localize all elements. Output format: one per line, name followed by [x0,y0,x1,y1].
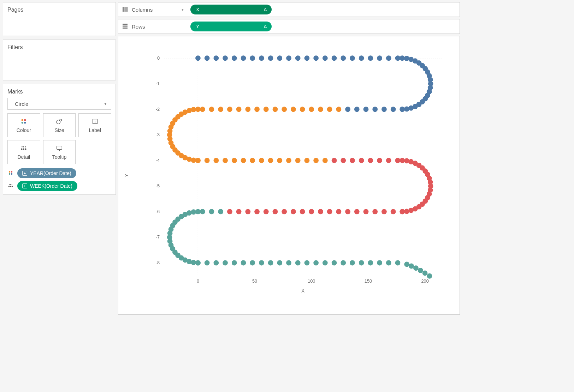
columns-pill-x[interactable]: X Δ [190,5,272,14]
svg-point-59 [286,55,291,61]
svg-point-144 [259,158,264,163]
svg-point-155 [359,158,364,163]
rows-pill-y[interactable]: Y Δ [190,22,272,31]
svg-point-93 [400,107,405,112]
marks-size-button[interactable]: Size [43,113,76,137]
svg-point-137 [195,158,201,163]
detail-pill[interactable]: + WEEK(Order Date) [17,181,77,191]
svg-point-49 [195,55,201,61]
svg-point-183 [381,209,387,214]
svg-point-70 [386,55,391,61]
svg-point-191 [309,209,314,214]
svg-point-153 [341,158,346,163]
svg-point-51 [213,55,219,61]
svg-point-161 [404,209,409,214]
svg-point-238 [313,260,319,265]
svg-point-62 [313,55,319,61]
mark-type-dropdown[interactable]: Circle ▼ [7,98,111,110]
svg-point-104 [300,107,305,112]
svg-text:-4: -4 [156,158,160,163]
svg-rect-31 [123,28,128,29]
svg-point-3 [22,122,24,124]
svg-point-61 [304,55,310,61]
svg-point-188 [336,209,342,214]
svg-point-143 [250,158,255,163]
tooltip-icon [55,144,63,152]
svg-point-230 [241,260,246,265]
svg-point-14 [25,149,26,150]
svg-rect-15 [57,146,62,150]
svg-point-226 [205,260,210,265]
svg-point-245 [377,260,382,265]
svg-point-156 [368,158,373,163]
svg-point-159 [395,158,401,163]
svg-point-19 [11,173,13,175]
svg-text:0: 0 [197,278,199,284]
svg-rect-28 [126,7,128,12]
svg-point-195 [273,209,278,214]
expand-icon: + [22,171,27,176]
svg-point-201 [218,209,223,214]
svg-text:-6: -6 [156,209,160,214]
svg-point-200 [227,209,232,214]
svg-rect-29 [123,24,128,25]
svg-point-184 [372,209,378,214]
svg-text:T: T [94,120,96,123]
svg-point-233 [268,260,273,265]
svg-text:-1: -1 [156,81,160,86]
marks-colour-button[interactable]: Colour [7,113,40,137]
svg-point-198 [245,209,250,214]
svg-point-66 [350,55,355,61]
detail-icon [20,144,28,152]
table-calc-icon: Δ [264,24,267,29]
marks-detail-button[interactable]: Detail [7,140,40,164]
svg-point-229 [232,260,237,265]
svg-point-99 [345,107,350,112]
colour-pill[interactable]: + YEAR(Order Date) [17,168,76,178]
svg-point-17 [11,171,13,173]
svg-point-68 [368,55,373,61]
chart-view[interactable]: Y 0501001502000-1-2-3-4-5-6-7-8X [118,36,460,315]
encoding-row-detail[interactable]: + WEEK(Order Date) [7,181,111,191]
marks-tooltip-button[interactable]: Tooltip [43,140,76,164]
svg-point-22 [12,184,12,185]
svg-point-157 [377,158,382,163]
svg-point-106 [282,107,287,112]
svg-point-96 [372,107,378,112]
filters-shelf[interactable]: Filters [3,40,116,80]
svg-point-94 [391,107,396,112]
svg-point-108 [264,107,269,112]
svg-point-232 [259,260,264,265]
svg-point-180 [400,158,405,163]
svg-point-205 [191,260,196,265]
svg-point-236 [295,260,301,265]
colour-icon [20,117,28,125]
svg-point-224 [195,209,201,214]
encoding-row-colour[interactable]: + YEAR(Order Date) [7,168,111,178]
svg-point-140 [223,158,228,163]
columns-icon [122,6,128,13]
svg-point-12 [21,149,23,150]
svg-point-91 [404,56,409,61]
svg-point-154 [350,158,355,163]
svg-point-239 [322,260,328,265]
svg-point-50 [205,55,210,61]
svg-point-152 [332,158,337,163]
svg-point-110 [245,107,250,112]
marks-label-button[interactable]: T Label [78,113,111,137]
pages-shelf[interactable]: Pages [3,2,116,36]
columns-shelf[interactable]: Columns ▼ X Δ [118,2,460,17]
svg-point-197 [254,209,260,214]
svg-point-57 [268,55,273,61]
svg-point-109 [254,107,260,112]
rows-shelf[interactable]: Rows Y Δ [118,19,460,34]
svg-point-179 [404,158,409,163]
svg-point-138 [205,158,210,163]
svg-point-65 [341,55,346,61]
svg-point-100 [336,107,342,112]
svg-point-20 [9,184,10,185]
marks-card: Marks Circle ▼ [3,84,116,195]
svg-point-196 [264,209,269,214]
svg-point-231 [250,260,255,265]
svg-point-252 [422,270,428,276]
